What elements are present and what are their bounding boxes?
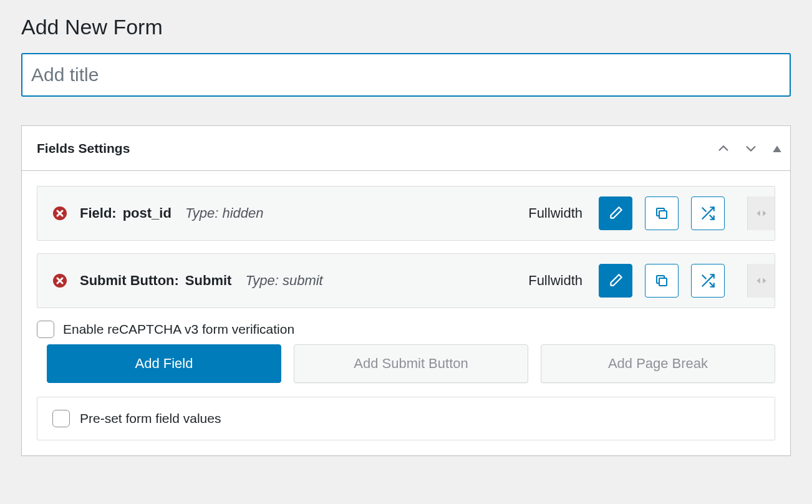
field-width-label: Fullwidth [528, 205, 582, 221]
field-label-prefix: Submit Button: [80, 273, 179, 289]
shuffle-field-button[interactable] [691, 264, 725, 298]
svg-line-12 [702, 275, 705, 278]
shuffle-field-button[interactable] [691, 196, 725, 230]
remove-field-icon[interactable] [52, 273, 67, 288]
add-buttons-row: Add Field Add Submit Button Add Page Bre… [47, 344, 775, 383]
svg-rect-2 [659, 211, 667, 218]
panel-body: Field: post_id Type: hidden Fullwidth [22, 171, 790, 455]
preset-values-option: Pre-set form field values [37, 397, 775, 440]
preset-values-checkbox[interactable] [52, 410, 70, 427]
remove-field-icon[interactable] [52, 206, 67, 221]
field-row: Submit Button: Submit Type: submit Fullw… [37, 253, 775, 308]
svg-marker-0 [773, 145, 781, 152]
add-submit-button[interactable]: Add Submit Button [294, 344, 528, 383]
field-type: Type: hidden [185, 205, 264, 221]
field-label-prefix: Field: [80, 205, 117, 221]
field-info: Submit Button: Submit Type: submit [80, 273, 528, 289]
field-info: Field: post_id Type: hidden [80, 205, 528, 221]
field-name: post_id [123, 205, 172, 221]
svg-marker-6 [756, 211, 760, 216]
add-field-button[interactable]: Add Field [47, 344, 281, 383]
field-width-label: Fullwidth [528, 273, 582, 289]
field-actions: Fullwidth [528, 264, 775, 298]
svg-rect-9 [659, 278, 667, 286]
duplicate-field-button[interactable] [645, 196, 679, 230]
toggle-panel-icon[interactable] [771, 143, 783, 154]
recaptcha-label: Enable reCAPTCHA v3 form verification [63, 322, 294, 337]
duplicate-field-button[interactable] [645, 264, 679, 298]
add-page-break-button[interactable]: Add Page Break [541, 344, 775, 383]
fields-settings-panel: Fields Settings Field: post_id Type: hid… [21, 125, 791, 456]
panel-title: Fields Settings [37, 141, 130, 156]
form-title-input[interactable] [21, 53, 791, 97]
edit-field-button[interactable] [599, 264, 632, 298]
field-type: Type: submit [245, 273, 322, 289]
field-row: Field: post_id Type: hidden Fullwidth [37, 186, 775, 241]
recaptcha-option: Enable reCAPTCHA v3 form verification [37, 321, 775, 338]
svg-marker-7 [763, 211, 766, 216]
field-name: Submit [185, 273, 232, 289]
recaptcha-checkbox[interactable] [37, 321, 54, 338]
preset-values-label: Pre-set form field values [80, 411, 221, 426]
drag-handle-icon[interactable] [747, 196, 775, 230]
move-up-icon[interactable] [717, 142, 730, 155]
panel-handle-actions [717, 142, 783, 155]
field-actions: Fullwidth [528, 196, 775, 230]
edit-field-button[interactable] [599, 196, 632, 230]
svg-marker-14 [763, 278, 766, 284]
svg-line-5 [702, 208, 705, 211]
page-title: Add New Form [21, 15, 791, 39]
svg-marker-13 [756, 278, 760, 284]
panel-header: Fields Settings [22, 126, 790, 171]
drag-handle-icon[interactable] [747, 264, 775, 298]
move-down-icon[interactable] [744, 142, 758, 155]
